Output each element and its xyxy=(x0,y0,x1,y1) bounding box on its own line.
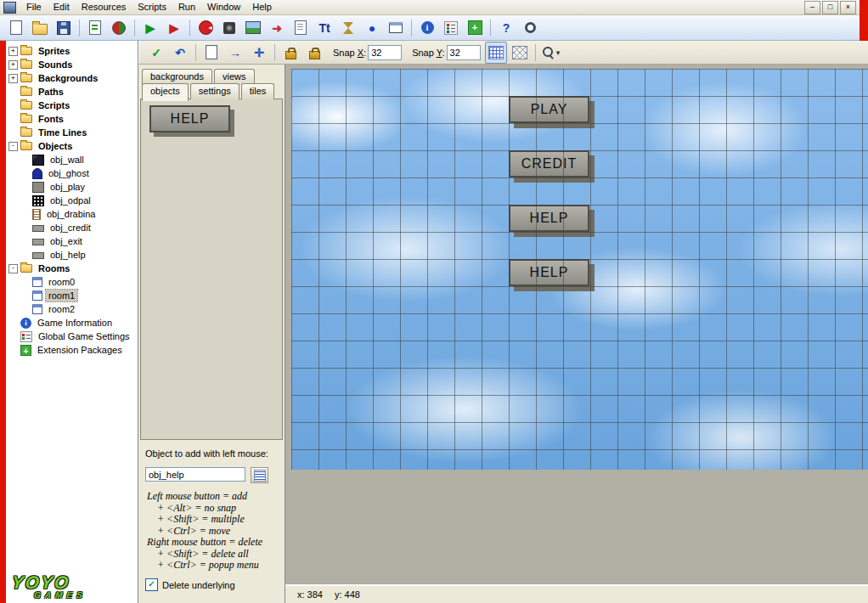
tree-item-global-game-settings[interactable]: Global Game Settings xyxy=(6,330,138,343)
shift-instances-button[interactable]: → xyxy=(224,42,246,64)
menu-bar: FileEditResourcesScriptsRunWindowHelp –□… xyxy=(0,0,868,15)
tree-item-label: obj_ghost xyxy=(46,167,92,179)
tree-item-obj-credit[interactable]: obj_credit xyxy=(6,221,138,234)
undo-button[interactable]: ↶ xyxy=(169,42,191,64)
objects-tab-content: HELP xyxy=(140,99,283,440)
create-path-button[interactable]: ➜ xyxy=(266,17,288,39)
room-icon xyxy=(32,277,42,287)
room-canvas[interactable]: PLAYCREDITHELPHELP xyxy=(291,69,868,470)
object-picker-button[interactable] xyxy=(251,467,268,483)
snap-x-input[interactable] xyxy=(368,45,402,60)
global-settings-button[interactable] xyxy=(440,17,462,39)
tree-item-game-information[interactable]: iGame Information xyxy=(6,316,138,330)
instance-help-button-1[interactable]: HELP xyxy=(509,205,589,232)
tree-item-sounds[interactable]: +Sounds xyxy=(6,58,138,71)
tree-item-obj-help[interactable]: obj_help xyxy=(6,248,138,262)
delete-underlying-checkbox[interactable]: ✓ xyxy=(145,578,158,591)
collapse-icon[interactable]: - xyxy=(8,142,18,151)
tree-item-obj-odpal[interactable]: obj_odpal xyxy=(6,194,138,207)
tree-item-paths[interactable]: Paths xyxy=(6,85,138,99)
btn-icon xyxy=(32,239,44,245)
create-timeline-button[interactable] xyxy=(337,17,359,39)
minimize-button[interactable]: – xyxy=(804,1,820,14)
tree-item-extension-packages[interactable]: +Extension Packages xyxy=(6,343,138,357)
menu-edit[interactable]: Edit xyxy=(48,0,76,14)
extension-packages-button[interactable]: + xyxy=(464,17,486,39)
create-sprite-button[interactable] xyxy=(194,17,217,39)
mouse-help-line: + <Ctrl> = popup menu xyxy=(147,560,281,572)
tree-item-label: obj_help xyxy=(48,249,88,261)
new-button[interactable] xyxy=(5,17,27,39)
game-information-button[interactable]: i xyxy=(416,17,438,39)
lock-instances-button[interactable] xyxy=(279,42,302,64)
tree-item-sprites[interactable]: +Sprites xyxy=(6,44,138,58)
expand-icon[interactable]: + xyxy=(8,74,18,83)
tree-item-obj-ghost[interactable]: obj_ghost xyxy=(6,166,138,180)
tree-item-room1[interactable]: room1 xyxy=(6,289,138,302)
create-room-button[interactable] xyxy=(385,17,407,39)
tree-item-label: Sprites xyxy=(36,45,72,57)
create-sound-button[interactable] xyxy=(218,17,240,39)
menu-file[interactable]: File xyxy=(20,0,48,14)
move-instances-button[interactable]: ✛ xyxy=(248,42,270,64)
collapse-icon[interactable]: - xyxy=(8,264,18,273)
clear-instances-button[interactable] xyxy=(200,42,223,64)
tree-item-label: room2 xyxy=(46,303,77,315)
zoom-dropdown-arrow[interactable]: ▾ xyxy=(556,48,561,57)
tree-item-fonts[interactable]: Fonts xyxy=(6,112,138,126)
create-script-icon xyxy=(295,20,307,35)
tree-item-time-lines[interactable]: Time Lines xyxy=(6,126,138,139)
tree-item-rooms[interactable]: -Rooms xyxy=(6,262,138,275)
run-button[interactable]: ▶ xyxy=(139,17,161,39)
publish-button[interactable] xyxy=(108,17,130,39)
grid-toggle-button[interactable] xyxy=(485,42,507,64)
instance-credit-button[interactable]: CREDIT xyxy=(509,150,589,178)
tree-item-room2[interactable]: room2 xyxy=(6,302,138,316)
expand-icon[interactable]: + xyxy=(8,47,18,56)
object-to-add-input[interactable] xyxy=(145,467,245,482)
help-button[interactable]: ? xyxy=(495,17,517,39)
tree-item-objects[interactable]: -Objects xyxy=(6,139,138,153)
maximize-button[interactable]: □ xyxy=(822,1,838,14)
unlock-instances-button[interactable] xyxy=(303,42,325,64)
create-executable-button[interactable] xyxy=(84,17,106,39)
instance-play-button[interactable]: PLAY xyxy=(509,96,589,123)
logo-line-1: YOYO xyxy=(11,574,132,591)
lock-instances-icon xyxy=(285,51,296,59)
menu-scripts[interactable]: Scripts xyxy=(132,0,172,14)
debug-button[interactable]: ▶ xyxy=(163,17,185,39)
tree-item-scripts[interactable]: Scripts xyxy=(6,99,138,112)
tree-item-obj-play[interactable]: obj_play xyxy=(6,180,138,194)
confirm-button[interactable]: ✓ xyxy=(145,42,167,64)
zoom-button[interactable]: ▾ xyxy=(540,42,562,64)
create-script-button[interactable] xyxy=(290,17,312,39)
tree-item-label: Paths xyxy=(36,86,66,98)
expand-icon[interactable]: + xyxy=(8,60,18,70)
tree-item-obj-wall[interactable]: obj_wall xyxy=(6,153,138,166)
menu-resources[interactable]: Resources xyxy=(76,0,132,14)
menu-help[interactable]: Help xyxy=(246,0,278,14)
tab-settings[interactable]: settings xyxy=(190,83,240,99)
create-background-button[interactable] xyxy=(242,17,264,39)
menu-window[interactable]: Window xyxy=(201,0,246,14)
tree-item-room0[interactable]: room0 xyxy=(6,275,138,289)
close-button[interactable]: × xyxy=(840,1,856,14)
snap-y-input[interactable] xyxy=(447,45,481,60)
about-button[interactable] xyxy=(519,17,541,39)
instance-help-button-2[interactable]: HELP xyxy=(509,259,589,286)
tree-item-obj-exit[interactable]: obj_exit xyxy=(6,234,138,248)
tab-tiles[interactable]: tiles xyxy=(241,83,275,99)
open-button[interactable] xyxy=(29,17,51,39)
save-button[interactable] xyxy=(53,17,75,39)
menu-run[interactable]: Run xyxy=(172,0,201,14)
room-toolbar-right-icons xyxy=(484,42,539,64)
global-settings-icon xyxy=(444,21,458,35)
drabina-icon xyxy=(32,209,41,220)
tree-item-obj-drabina[interactable]: obj_drabina xyxy=(6,207,138,221)
create-object-button[interactable]: ● xyxy=(361,17,383,39)
tab-objects[interactable]: objects xyxy=(142,83,189,101)
object-to-add-label: Object to add with left mouse: xyxy=(145,448,268,459)
create-font-button[interactable]: Tt xyxy=(313,17,335,39)
tree-item-backgrounds[interactable]: +Backgrounds xyxy=(6,71,138,85)
isometric-toggle-button[interactable] xyxy=(509,42,531,64)
